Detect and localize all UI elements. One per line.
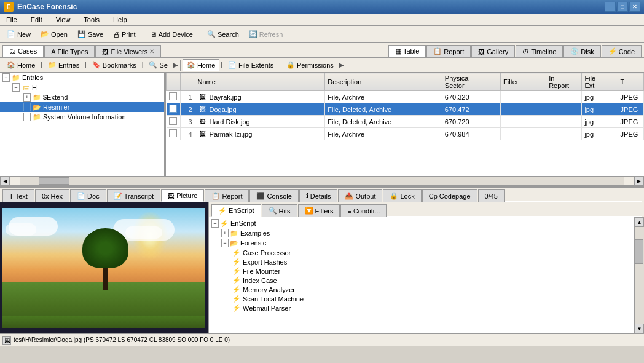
tab-report-bottom[interactable]: 📋Report xyxy=(205,189,249,202)
expand-examples[interactable]: + xyxy=(221,229,229,237)
expand-entries[interactable]: − xyxy=(2,73,10,82)
tab-lock[interactable]: 🔒Lock xyxy=(383,189,421,202)
row-name-1[interactable]: 🖼Bayrak.jpg xyxy=(195,91,325,103)
scroll-thumb[interactable] xyxy=(39,177,69,185)
row-name-2[interactable]: 🖼Doga.jpg xyxy=(195,103,325,116)
enscript-item-memory-analyzer[interactable]: ⚡ Memory Analyzer xyxy=(210,285,633,294)
tab-output[interactable]: 📤Output xyxy=(338,189,382,202)
add-device-button[interactable]: 🖥Add Device xyxy=(146,28,197,41)
expand-resimler[interactable] xyxy=(23,103,31,111)
new-button[interactable]: 📄New xyxy=(2,28,35,41)
col-filter[interactable]: Filter xyxy=(501,73,546,91)
menu-file[interactable]: File xyxy=(2,15,21,25)
maximize-button[interactable]: □ xyxy=(617,2,628,12)
tab-gallery[interactable]: 🖼 Gallery xyxy=(471,45,515,57)
tree-item-entries[interactable]: − 📁 Entries xyxy=(0,73,164,82)
tab-doc[interactable]: 📄Doc xyxy=(70,189,106,202)
tree-item-h[interactable]: − 🖴 H xyxy=(0,82,164,92)
menu-help[interactable]: Help xyxy=(109,15,131,25)
enscript-item-file-mounter[interactable]: ⚡ File Mounter xyxy=(210,266,633,276)
tab-transcript[interactable]: 📝Transcript xyxy=(107,189,161,202)
table-row[interactable]: 1 🖼Bayrak.jpg File, Archive 670.320 jpg … xyxy=(167,91,644,103)
tab-hits[interactable]: 🔍Hits xyxy=(262,204,297,217)
expand-forensic[interactable]: − xyxy=(221,239,229,247)
tab-file-viewers[interactable]: 🖼 File Viewers ✕ xyxy=(95,45,161,57)
open-button[interactable]: 📂Open xyxy=(36,28,72,41)
table-row[interactable]: 2 🖼Doga.jpg File, Deleted, Archive 670.4… xyxy=(167,103,644,116)
tab-filters[interactable]: 🔽Filters xyxy=(298,204,340,217)
enscript-item-export-hashes[interactable]: ⚡ Export Hashes xyxy=(210,257,633,266)
row-checkbox-4[interactable] xyxy=(169,129,177,137)
tab-disk[interactable]: 💿 Disk xyxy=(564,45,600,57)
search-button[interactable]: 🔍Search xyxy=(203,28,243,41)
tab-count[interactable]: 0/45 xyxy=(478,189,505,202)
tab-enscript[interactable]: ⚡EnScript xyxy=(211,204,261,217)
enscript-item-root[interactable]: − ⚡ EnScript xyxy=(210,218,633,228)
row-checkbox-1[interactable] xyxy=(169,92,177,100)
close-button[interactable]: ✕ xyxy=(629,2,640,12)
scroll-left-arrow[interactable]: ◀ xyxy=(0,176,10,186)
row-checkbox-2[interactable] xyxy=(169,105,177,113)
expand-enscript[interactable]: − xyxy=(211,219,219,228)
col-t[interactable]: T xyxy=(618,73,643,91)
save-button[interactable]: 💾Save xyxy=(73,28,108,41)
scroll-track[interactable] xyxy=(20,177,624,185)
tab-table[interactable]: ▦ Table xyxy=(388,45,426,57)
subnav-file-extents[interactable]: 📄File Extents xyxy=(224,59,278,71)
col-description[interactable]: Description xyxy=(325,73,442,91)
row-name-3[interactable]: 🖼Hard Disk.jpg xyxy=(195,116,325,128)
expand-h[interactable]: − xyxy=(12,83,20,92)
tree-item-extend[interactable]: + 📁 $Extend xyxy=(0,92,164,102)
nav-bookmarks[interactable]: 🔖Bookmarks xyxy=(88,59,141,71)
refresh-button[interactable]: 🔄Refresh xyxy=(245,28,288,41)
tree-item-resimler[interactable]: 📂 Resimler xyxy=(0,102,164,112)
col-file-ext[interactable]: FileExt xyxy=(582,73,618,91)
tab-codepage[interactable]: CpCodepage xyxy=(422,189,477,202)
save-icon: 💾 xyxy=(77,30,86,38)
tab-code[interactable]: ⚡ Code xyxy=(602,45,642,57)
row-checkbox-3[interactable] xyxy=(169,117,177,125)
enscript-item-scan-local[interactable]: ⚡ Scan Local Machine xyxy=(210,294,633,303)
subnav-home[interactable]: 🏠Home xyxy=(183,59,219,71)
enscript-item-examples[interactable]: + 📁 Examples xyxy=(210,228,633,238)
row-name-4[interactable]: 🖼Parmak Izi.jpg xyxy=(195,128,325,140)
col-in-report[interactable]: InReport xyxy=(546,73,582,91)
scroll-v-track[interactable] xyxy=(635,227,644,324)
col-physical-sector[interactable]: PhysicalSector xyxy=(442,73,500,91)
scroll-down-arrow[interactable]: ▼ xyxy=(635,324,644,333)
scroll-up-arrow[interactable]: ▲ xyxy=(635,217,644,227)
scroll-v-thumb[interactable] xyxy=(635,239,643,264)
menu-tools[interactable]: Tools xyxy=(80,15,103,25)
enscript-item-index-case[interactable]: ⚡ Index Case xyxy=(210,276,633,285)
menu-edit[interactable]: Edit xyxy=(27,15,46,25)
tab-report[interactable]: 📋 Report xyxy=(426,45,471,57)
tab-timeline[interactable]: ⏱ Timeline xyxy=(516,45,563,57)
tab-cases[interactable]: 🗂 Cases xyxy=(2,45,44,57)
expand-sysvolinfo[interactable] xyxy=(23,113,31,121)
tab-console[interactable]: ⬛Console xyxy=(249,189,298,202)
tab-conditions[interactable]: ≡Conditi... xyxy=(340,204,387,217)
col-name[interactable]: Name xyxy=(195,73,325,91)
row-filter-4 xyxy=(501,128,546,140)
scroll-right-arrow[interactable]: ▶ xyxy=(634,176,644,186)
minimize-button[interactable]: ─ xyxy=(605,2,616,12)
nav-home[interactable]: 🏠Home xyxy=(2,59,39,71)
tab-picture[interactable]: 🖼Picture xyxy=(161,189,204,202)
table-row[interactable]: 3 🖼Hard Disk.jpg File, Deleted, Archive … xyxy=(167,116,644,128)
tab-hex[interactable]: 0xHex xyxy=(35,189,69,202)
table-row[interactable]: 4 🖼Parmak Izi.jpg File, Archive 670.984 … xyxy=(167,128,644,140)
nav-entries[interactable]: 📁Entries xyxy=(44,59,84,71)
expand-extend[interactable]: + xyxy=(23,93,31,102)
file-viewers-close[interactable]: ✕ xyxy=(149,48,154,55)
print-button[interactable]: 🖨Print xyxy=(109,28,140,41)
tab-details[interactable]: ℹDetails xyxy=(299,189,338,202)
tree-item-sysvolinfo[interactable]: 📁 System Volume Information xyxy=(0,112,164,122)
enscript-item-forensic[interactable]: − 📂 Forensic xyxy=(210,238,633,248)
tab-text[interactable]: TText xyxy=(2,189,34,202)
enscript-item-case-processor[interactable]: ⚡ Case Processor xyxy=(210,248,633,257)
subnav-permissions[interactable]: 🔒Permissions xyxy=(282,59,338,71)
tab-file-types[interactable]: A File Types xyxy=(44,45,95,57)
enscript-item-webmail[interactable]: ⚡ Webmail Parser xyxy=(210,303,633,313)
nav-search[interactable]: 🔍Se xyxy=(144,59,171,71)
menu-view[interactable]: View xyxy=(52,15,74,25)
